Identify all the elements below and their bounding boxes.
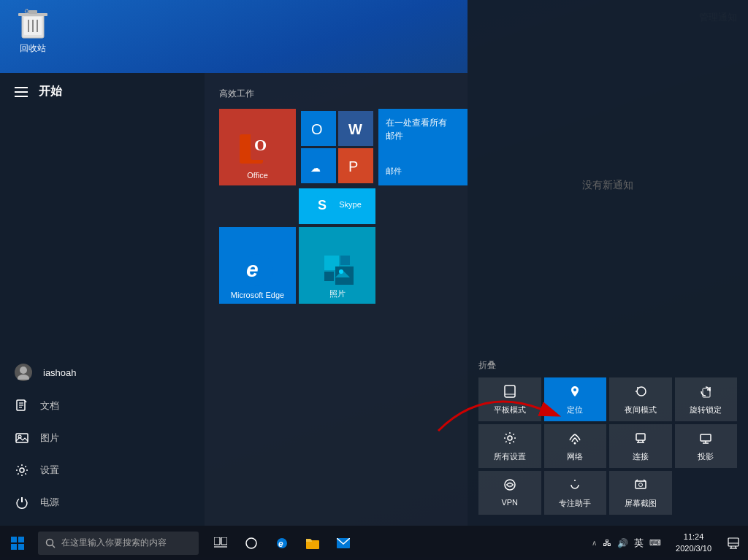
- tile-photos[interactable]: 照片: [299, 227, 375, 304]
- system-tray: ∧ 🖧 🔊 英 ⌨: [584, 537, 668, 550]
- sidebar-settings-label: 设置: [40, 464, 59, 477]
- skype-icon: S: [313, 193, 335, 215]
- ime-icon[interactable]: ⌨: [649, 538, 661, 548]
- taskbar-clock[interactable]: 11:24 2020/3/10: [668, 532, 719, 554]
- svg-line-65: [53, 545, 56, 548]
- assist-icon: [568, 478, 581, 494]
- quick-btn-nightmode[interactable]: 夜间模式: [609, 377, 672, 421]
- edge-icon: e: [237, 250, 278, 291]
- sidebar-item-power[interactable]: 电源: [0, 486, 205, 518]
- svg-rect-62: [11, 544, 17, 550]
- svg-point-42: [636, 391, 637, 392]
- svg-marker-14: [25, 400, 27, 402]
- no-notification-text: 没有新通知: [468, 18, 748, 352]
- svg-point-17: [20, 468, 24, 472]
- all-settings-icon: [503, 431, 516, 448]
- mail-label: 邮件: [386, 166, 402, 177]
- tile-edge[interactable]: e Microsoft Edge: [219, 227, 296, 304]
- screenshot-label: 屏幕截图: [625, 498, 657, 509]
- svg-point-8: [20, 367, 27, 374]
- network-icon: [568, 431, 581, 448]
- cortana-btn[interactable]: [237, 526, 266, 560]
- office-tile-label: Office: [247, 171, 268, 180]
- network-label: 网络: [567, 451, 583, 462]
- network-tray-icon: 🖧: [603, 538, 611, 548]
- quick-btn-rotation[interactable]: 旋转锁定: [675, 377, 738, 421]
- svg-point-64: [47, 539, 53, 545]
- quick-btn-vpn[interactable]: VPN: [478, 471, 541, 515]
- quick-btn-assist[interactable]: 专注助手: [544, 471, 607, 515]
- rotation-label: 旋转锁定: [690, 404, 722, 415]
- volume-tray-icon[interactable]: 🔊: [617, 538, 628, 548]
- start-button[interactable]: [0, 526, 34, 560]
- edge-taskbar-btn[interactable]: e: [267, 526, 297, 560]
- recycle-bin[interactable]: ♻ 回收站: [11, 7, 55, 55]
- notification-panel: 没有新通知 折叠 平板模式 定位 夜间模式: [468, 0, 748, 526]
- svg-text:e: e: [246, 257, 259, 281]
- mail-top-text: 在一处查看所有邮件: [386, 116, 447, 142]
- docs-icon: [15, 399, 29, 413]
- photos-icon: [15, 431, 29, 445]
- clock-date: 2020/3/10: [676, 543, 711, 554]
- username: iashoah: [43, 367, 77, 378]
- cortana-icon: [245, 537, 258, 550]
- start-sidebar: 开始 iashoah 文档 图: [0, 73, 205, 526]
- svg-text:S: S: [318, 198, 327, 212]
- action-center-icon: [728, 537, 739, 549]
- quick-btn-empty: [675, 471, 738, 515]
- taskbar-search[interactable]: 在这里输入你要搜索的内容: [38, 532, 199, 555]
- mini-tile-word[interactable]: W: [338, 111, 373, 146]
- svg-text:O: O: [254, 136, 267, 154]
- user-avatar: [15, 364, 32, 381]
- svg-point-9: [18, 375, 29, 380]
- user-item[interactable]: iashoah: [0, 355, 205, 390]
- svg-text:♻: ♻: [24, 8, 29, 15]
- svg-text:W: W: [348, 121, 362, 137]
- mini-tile-ppt[interactable]: P: [338, 148, 373, 183]
- power-icon: [15, 495, 29, 510]
- svg-point-45: [574, 442, 576, 445]
- quick-btn-settings[interactable]: 所有设置: [478, 424, 541, 468]
- svg-text:☁: ☁: [310, 162, 321, 174]
- svg-rect-63: [18, 544, 24, 550]
- mail-taskbar-btn[interactable]: [329, 526, 358, 560]
- quick-btn-screenshot[interactable]: 屏幕截图: [609, 471, 672, 515]
- sidebar-item-settings[interactable]: 设置: [0, 454, 205, 486]
- tiles-section-title: 高效工作: [219, 88, 453, 100]
- action-center-btn[interactable]: [719, 526, 748, 560]
- mini-tile-onedrive[interactable]: ☁: [301, 148, 336, 183]
- quick-btn-tablet[interactable]: 平板模式: [478, 377, 541, 421]
- svg-rect-32: [340, 256, 350, 265]
- taskbar: 在这里输入你要搜索的内容 e: [0, 526, 748, 560]
- search-icon: [45, 538, 56, 548]
- start-title: 开始: [39, 84, 62, 99]
- quick-btn-project[interactable]: 投影: [675, 424, 738, 468]
- quick-btn-network[interactable]: 网络: [544, 424, 607, 468]
- svg-rect-50: [701, 434, 711, 441]
- mini-tile-outlook[interactable]: O: [301, 111, 336, 146]
- language-indicator[interactable]: 英: [634, 537, 644, 550]
- vpn-icon: [503, 478, 516, 494]
- project-icon: [699, 431, 712, 448]
- hamburger-icon[interactable]: [15, 87, 28, 97]
- svg-rect-55: [636, 481, 646, 488]
- tile-mail[interactable]: 在一处查看所有邮件 邮件: [378, 109, 468, 185]
- svg-rect-74: [728, 538, 739, 546]
- svg-rect-67: [221, 537, 227, 545]
- connect-label: 连接: [633, 451, 649, 462]
- svg-text:P: P: [348, 158, 358, 174]
- tray-chevron[interactable]: ∧: [592, 539, 597, 547]
- nightmode-label: 夜间模式: [625, 404, 657, 415]
- sidebar-item-photos[interactable]: 图片: [0, 422, 205, 454]
- quick-btn-connect[interactable]: 连接: [609, 424, 672, 468]
- explorer-btn[interactable]: [298, 526, 327, 560]
- tile-skype[interactable]: S Skype: [299, 188, 375, 224]
- taskview-btn[interactable]: [206, 526, 235, 560]
- sidebar-item-docs[interactable]: 文档: [0, 390, 205, 422]
- tile-office[interactable]: O Office: [219, 109, 296, 185]
- svg-rect-37: [505, 386, 515, 397]
- explorer-icon: [306, 537, 319, 549]
- sidebar-power-label: 电源: [40, 496, 59, 509]
- quick-btn-location[interactable]: 定位: [544, 377, 607, 421]
- screenshot-icon: [634, 478, 647, 494]
